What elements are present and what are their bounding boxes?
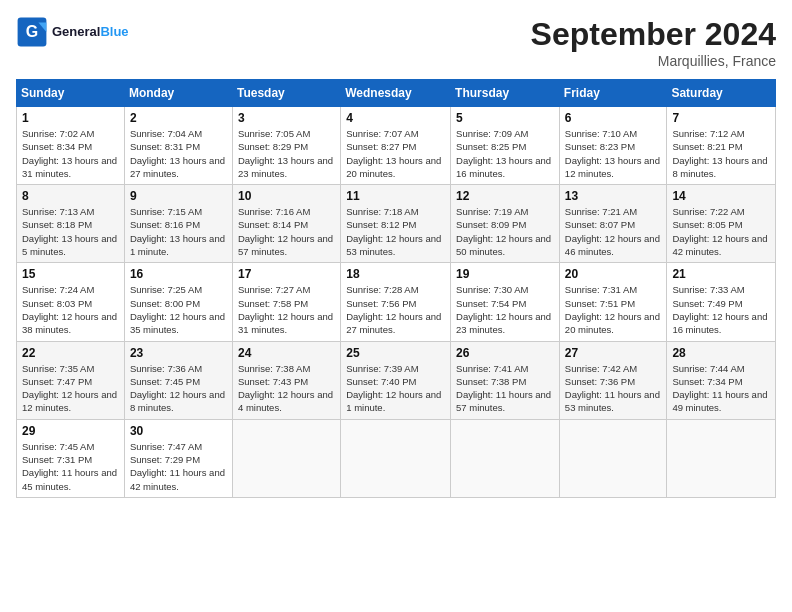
day-info: Sunrise: 7:19 AM Sunset: 8:09 PM Dayligh… — [456, 205, 554, 258]
calendar-week-row: 22 Sunrise: 7:35 AM Sunset: 7:47 PM Dayl… — [17, 341, 776, 419]
day-info: Sunrise: 7:21 AM Sunset: 8:07 PM Dayligh… — [565, 205, 662, 258]
table-row: 17 Sunrise: 7:27 AM Sunset: 7:58 PM Dayl… — [232, 263, 340, 341]
table-row: 22 Sunrise: 7:35 AM Sunset: 7:47 PM Dayl… — [17, 341, 125, 419]
table-row: 4 Sunrise: 7:07 AM Sunset: 8:27 PM Dayli… — [341, 107, 451, 185]
table-row — [559, 419, 667, 497]
page-header: G GeneralBlue September 2024 Marquillies… — [16, 16, 776, 69]
table-row: 21 Sunrise: 7:33 AM Sunset: 7:49 PM Dayl… — [667, 263, 776, 341]
day-number: 27 — [565, 346, 662, 360]
day-info: Sunrise: 7:30 AM Sunset: 7:54 PM Dayligh… — [456, 283, 554, 336]
calendar-header-row: Sunday Monday Tuesday Wednesday Thursday… — [17, 80, 776, 107]
day-info: Sunrise: 7:18 AM Sunset: 8:12 PM Dayligh… — [346, 205, 445, 258]
table-row: 10 Sunrise: 7:16 AM Sunset: 8:14 PM Dayl… — [232, 185, 340, 263]
calendar-week-row: 1 Sunrise: 7:02 AM Sunset: 8:34 PM Dayli… — [17, 107, 776, 185]
title-block: September 2024 Marquillies, France — [531, 16, 776, 69]
day-number: 21 — [672, 267, 770, 281]
day-number: 2 — [130, 111, 227, 125]
day-number: 23 — [130, 346, 227, 360]
col-thursday: Thursday — [451, 80, 560, 107]
day-info: Sunrise: 7:35 AM Sunset: 7:47 PM Dayligh… — [22, 362, 119, 415]
table-row — [667, 419, 776, 497]
day-info: Sunrise: 7:12 AM Sunset: 8:21 PM Dayligh… — [672, 127, 770, 180]
day-info: Sunrise: 7:24 AM Sunset: 8:03 PM Dayligh… — [22, 283, 119, 336]
table-row: 3 Sunrise: 7:05 AM Sunset: 8:29 PM Dayli… — [232, 107, 340, 185]
svg-text:G: G — [26, 23, 38, 40]
table-row: 2 Sunrise: 7:04 AM Sunset: 8:31 PM Dayli… — [124, 107, 232, 185]
day-number: 4 — [346, 111, 445, 125]
col-friday: Friday — [559, 80, 667, 107]
day-number: 7 — [672, 111, 770, 125]
calendar-week-row: 29 Sunrise: 7:45 AM Sunset: 7:31 PM Dayl… — [17, 419, 776, 497]
day-info: Sunrise: 7:13 AM Sunset: 8:18 PM Dayligh… — [22, 205, 119, 258]
table-row: 28 Sunrise: 7:44 AM Sunset: 7:34 PM Dayl… — [667, 341, 776, 419]
day-info: Sunrise: 7:05 AM Sunset: 8:29 PM Dayligh… — [238, 127, 335, 180]
table-row: 9 Sunrise: 7:15 AM Sunset: 8:16 PM Dayli… — [124, 185, 232, 263]
day-number: 19 — [456, 267, 554, 281]
day-number: 24 — [238, 346, 335, 360]
col-monday: Monday — [124, 80, 232, 107]
day-number: 28 — [672, 346, 770, 360]
day-number: 9 — [130, 189, 227, 203]
logo-general: General — [52, 24, 100, 39]
day-info: Sunrise: 7:42 AM Sunset: 7:36 PM Dayligh… — [565, 362, 662, 415]
day-info: Sunrise: 7:36 AM Sunset: 7:45 PM Dayligh… — [130, 362, 227, 415]
table-row: 11 Sunrise: 7:18 AM Sunset: 8:12 PM Dayl… — [341, 185, 451, 263]
day-info: Sunrise: 7:02 AM Sunset: 8:34 PM Dayligh… — [22, 127, 119, 180]
day-number: 15 — [22, 267, 119, 281]
day-number: 18 — [346, 267, 445, 281]
col-saturday: Saturday — [667, 80, 776, 107]
day-number: 11 — [346, 189, 445, 203]
calendar-page: G GeneralBlue September 2024 Marquillies… — [0, 0, 792, 612]
day-info: Sunrise: 7:38 AM Sunset: 7:43 PM Dayligh… — [238, 362, 335, 415]
col-sunday: Sunday — [17, 80, 125, 107]
day-info: Sunrise: 7:39 AM Sunset: 7:40 PM Dayligh… — [346, 362, 445, 415]
col-wednesday: Wednesday — [341, 80, 451, 107]
location-subtitle: Marquillies, France — [531, 53, 776, 69]
day-info: Sunrise: 7:45 AM Sunset: 7:31 PM Dayligh… — [22, 440, 119, 493]
day-number: 8 — [22, 189, 119, 203]
logo-blue: Blue — [100, 24, 128, 39]
day-number: 13 — [565, 189, 662, 203]
day-info: Sunrise: 7:44 AM Sunset: 7:34 PM Dayligh… — [672, 362, 770, 415]
day-info: Sunrise: 7:31 AM Sunset: 7:51 PM Dayligh… — [565, 283, 662, 336]
day-info: Sunrise: 7:41 AM Sunset: 7:38 PM Dayligh… — [456, 362, 554, 415]
month-title: September 2024 — [531, 16, 776, 53]
day-number: 14 — [672, 189, 770, 203]
day-info: Sunrise: 7:28 AM Sunset: 7:56 PM Dayligh… — [346, 283, 445, 336]
logo-icon: G — [16, 16, 48, 48]
day-number: 22 — [22, 346, 119, 360]
table-row: 29 Sunrise: 7:45 AM Sunset: 7:31 PM Dayl… — [17, 419, 125, 497]
day-number: 17 — [238, 267, 335, 281]
day-number: 30 — [130, 424, 227, 438]
table-row: 1 Sunrise: 7:02 AM Sunset: 8:34 PM Dayli… — [17, 107, 125, 185]
day-info: Sunrise: 7:07 AM Sunset: 8:27 PM Dayligh… — [346, 127, 445, 180]
table-row — [341, 419, 451, 497]
day-number: 10 — [238, 189, 335, 203]
table-row: 16 Sunrise: 7:25 AM Sunset: 8:00 PM Dayl… — [124, 263, 232, 341]
table-row: 30 Sunrise: 7:47 AM Sunset: 7:29 PM Dayl… — [124, 419, 232, 497]
table-row: 13 Sunrise: 7:21 AM Sunset: 8:07 PM Dayl… — [559, 185, 667, 263]
day-info: Sunrise: 7:27 AM Sunset: 7:58 PM Dayligh… — [238, 283, 335, 336]
day-info: Sunrise: 7:25 AM Sunset: 8:00 PM Dayligh… — [130, 283, 227, 336]
day-number: 1 — [22, 111, 119, 125]
table-row: 27 Sunrise: 7:42 AM Sunset: 7:36 PM Dayl… — [559, 341, 667, 419]
logo: G GeneralBlue — [16, 16, 129, 48]
table-row: 15 Sunrise: 7:24 AM Sunset: 8:03 PM Dayl… — [17, 263, 125, 341]
day-info: Sunrise: 7:09 AM Sunset: 8:25 PM Dayligh… — [456, 127, 554, 180]
table-row: 7 Sunrise: 7:12 AM Sunset: 8:21 PM Dayli… — [667, 107, 776, 185]
table-row — [451, 419, 560, 497]
day-number: 6 — [565, 111, 662, 125]
day-number: 29 — [22, 424, 119, 438]
day-info: Sunrise: 7:10 AM Sunset: 8:23 PM Dayligh… — [565, 127, 662, 180]
day-number: 16 — [130, 267, 227, 281]
day-number: 25 — [346, 346, 445, 360]
day-info: Sunrise: 7:16 AM Sunset: 8:14 PM Dayligh… — [238, 205, 335, 258]
day-number: 26 — [456, 346, 554, 360]
table-row: 8 Sunrise: 7:13 AM Sunset: 8:18 PM Dayli… — [17, 185, 125, 263]
day-number: 3 — [238, 111, 335, 125]
day-number: 20 — [565, 267, 662, 281]
table-row: 26 Sunrise: 7:41 AM Sunset: 7:38 PM Dayl… — [451, 341, 560, 419]
calendar-week-row: 8 Sunrise: 7:13 AM Sunset: 8:18 PM Dayli… — [17, 185, 776, 263]
table-row: 20 Sunrise: 7:31 AM Sunset: 7:51 PM Dayl… — [559, 263, 667, 341]
table-row: 12 Sunrise: 7:19 AM Sunset: 8:09 PM Dayl… — [451, 185, 560, 263]
